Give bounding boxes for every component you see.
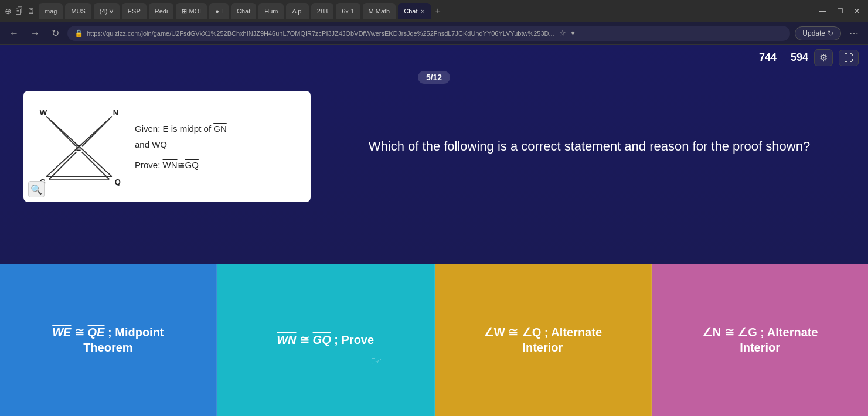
tab-chat-label: Chat: [237, 8, 250, 15]
tab-288[interactable]: 288: [311, 3, 333, 19]
answer-option-c[interactable]: ∠W ≅ ∠Q ; AlternateInterior: [435, 264, 652, 416]
tab-redi-label: Redi: [155, 8, 168, 15]
svg-text:E: E: [76, 144, 81, 152]
tab-chat2[interactable]: Chat ✕: [398, 3, 430, 19]
tab-redi[interactable]: Redi: [149, 3, 174, 19]
tab-fb-label: (4) V: [100, 8, 114, 15]
answer-c-text: ∠W ≅ ∠Q ; AlternateInterior: [484, 325, 602, 355]
url-text: https://quizizz.com/join/game/U2FsdGVkX1…: [87, 30, 554, 37]
answer-option-a[interactable]: WE ≅ QE ; MidpointTheorem: [0, 264, 217, 416]
tab-moi[interactable]: ⊞ MOI: [176, 3, 207, 19]
tab-esp-label: ESP: [128, 8, 141, 15]
tab-hum-label: Hum: [264, 8, 278, 15]
tab-chat[interactable]: Chat: [231, 3, 256, 19]
update-icon: ↻: [828, 29, 833, 37]
question-card: W N E G Q Given: E is midpt of GN: [23, 91, 311, 202]
tab-dot[interactable]: ● I: [209, 3, 229, 19]
tab-chat2-label: Chat: [404, 8, 417, 15]
refresh-button[interactable]: ↻: [48, 26, 63, 40]
tab-mag[interactable]: mag: [39, 3, 63, 19]
geometry-diagram: W N E G Q: [35, 105, 123, 187]
svg-line-9: [82, 119, 110, 146]
minimize-button[interactable]: —: [816, 7, 830, 15]
maximize-button[interactable]: ☐: [833, 7, 847, 15]
answer-option-b[interactable]: WN ≅ GQ ; Prove: [217, 264, 435, 416]
settings-icon[interactable]: ⚙: [814, 49, 833, 66]
answer-b-text: WN ≅ GQ ; Prove: [277, 332, 374, 347]
browser-tabs: mag MUS (4) V ESP Redi ⊞ MOI ● I Chat Hu…: [39, 3, 812, 19]
tab-math[interactable]: M Math: [363, 3, 396, 19]
quiz-main: 744 594 ⚙ ⛶ 5/12 W N: [0, 45, 868, 416]
system-icon-1: ⊕: [5, 6, 12, 16]
question-text: Which of the following is a correct stat…: [334, 138, 845, 156]
progress-text: 5/12: [426, 73, 442, 82]
given-line3: Prove: WN≅GQ: [135, 157, 227, 173]
browser-chrome: ⊕ 🗐 🖥 mag MUS (4) V ESP Redi ⊞ MOI ● I C…: [0, 0, 868, 22]
given-line1: Given: E is midpt of GN: [135, 121, 227, 137]
address-bar-row: ← → ↻ 🔒 https://quizizz.com/join/game/U2…: [0, 22, 868, 45]
score-display: 744 594: [759, 52, 808, 64]
tab-fb[interactable]: (4) V: [94, 3, 120, 19]
more-options-button[interactable]: ⋯: [846, 26, 862, 40]
score-left: 744: [759, 52, 777, 64]
progress-indicator: 5/12: [418, 71, 450, 84]
tab-hum[interactable]: Hum: [258, 3, 284, 19]
answer-a-text: WE ≅ QE ; MidpointTheorem: [52, 325, 164, 355]
update-button[interactable]: Update ↻: [795, 26, 841, 40]
tab-mus-label: MUS: [71, 8, 85, 15]
quiz-topbar: 744 594 ⚙ ⛶: [0, 45, 868, 71]
svg-line-11: [82, 152, 110, 179]
given-line2: and WQ: [135, 137, 227, 152]
given-text-block: Given: E is midpt of GN and WQ Prove: WN…: [135, 121, 227, 173]
forward-button[interactable]: →: [27, 27, 43, 40]
fullscreen-icon[interactable]: ⛶: [839, 50, 859, 66]
question-area: W N E G Q Given: E is midpt of GN: [0, 91, 868, 202]
tab-esp[interactable]: ESP: [122, 3, 147, 19]
score-right: 594: [791, 52, 808, 64]
tab-mus[interactable]: MUS: [65, 3, 91, 19]
lock-icon: 🔒: [74, 29, 83, 37]
back-button[interactable]: ←: [6, 27, 22, 40]
svg-line-8: [49, 119, 77, 146]
tab-chat2-close[interactable]: ✕: [420, 8, 425, 15]
address-icons: ☆ ✦: [559, 29, 576, 37]
answer-d-text: ∠N ≅ ∠G ; AlternateInterior: [702, 325, 818, 355]
address-bar[interactable]: 🔒 https://quizizz.com/join/game/U2FsdGVk…: [67, 26, 790, 41]
answers-row: WE ≅ QE ; MidpointTheorem WN ≅ GQ ; Prov…: [0, 264, 868, 416]
svg-text:Q: Q: [115, 178, 121, 186]
star-icon[interactable]: ☆: [559, 29, 566, 37]
answer-option-d[interactable]: ∠N ≅ ∠G ; AlternateInterior: [652, 264, 868, 416]
tab-6x1[interactable]: 6x-1: [336, 3, 360, 19]
svg-line-10: [49, 152, 77, 179]
update-label: Update: [802, 29, 825, 37]
system-icon-3: 🖥: [27, 6, 35, 16]
tab-moi-label: ⊞ MOI: [182, 8, 201, 15]
tab-apl-label: A pl: [292, 8, 302, 15]
window-controls: — ☐ ✕: [816, 7, 863, 15]
svg-text:W: W: [40, 108, 47, 117]
star-alt-icon[interactable]: ✦: [570, 29, 576, 37]
new-tab-button[interactable]: +: [433, 6, 443, 16]
zoom-icon[interactable]: 🔍: [28, 181, 45, 197]
svg-text:N: N: [113, 108, 118, 117]
tab-mag-label: mag: [45, 8, 57, 15]
tab-apl[interactable]: A pl: [286, 3, 308, 19]
close-button[interactable]: ✕: [850, 7, 863, 15]
system-icon-2: 🗐: [15, 6, 23, 16]
